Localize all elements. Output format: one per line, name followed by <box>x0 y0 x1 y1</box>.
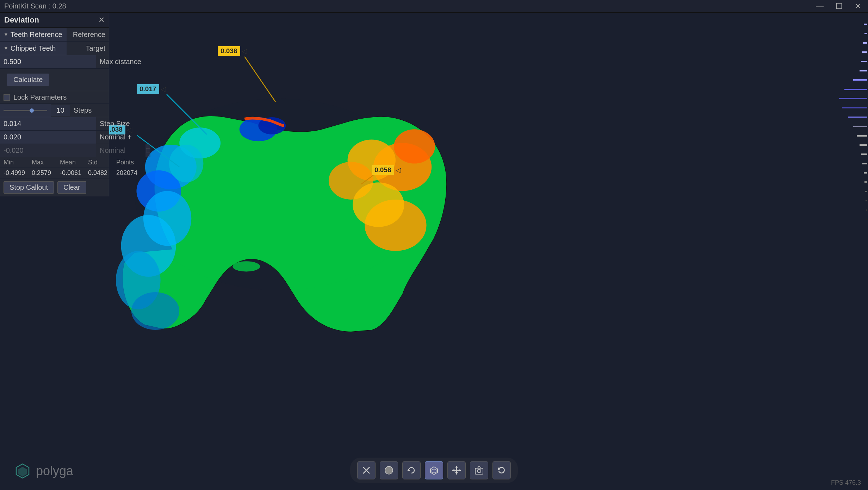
step-size-label: Step Size <box>96 120 145 128</box>
stop-callout-button[interactable]: Stop Callout <box>4 181 54 194</box>
steps-row: 10 Steps <box>0 104 109 117</box>
mean-value: -0.0061 <box>60 169 81 177</box>
svg-point-10 <box>179 127 221 158</box>
std-header: Std <box>88 159 109 166</box>
svg-point-2 <box>394 129 435 163</box>
max-header: Max <box>32 159 53 166</box>
svg-point-12 <box>232 261 260 271</box>
svg-point-6 <box>136 170 181 212</box>
callout-4: 0.058 ◁ <box>372 165 401 175</box>
fps-value: FPS 476.3 <box>831 479 861 486</box>
titlebar: PointKit Scan : 0.28 — ☐ ✕ <box>0 0 868 13</box>
svg-point-9 <box>258 117 286 134</box>
target-value-text: Chipped Teeth <box>11 44 56 52</box>
color-legend: 0.140 0.126 0.112 0.098 0.084 0.070 0.05… <box>840 23 861 220</box>
screenshot-tool-button[interactable] <box>470 461 488 479</box>
nominal-plus-label: Nominal + <box>96 133 145 141</box>
app-title: PointKit Scan : 0.28 <box>4 2 66 10</box>
callout-1-arrow: ◁ <box>242 47 247 55</box>
svg-marker-32 <box>452 469 454 472</box>
sphere-tool-button[interactable] <box>380 461 398 479</box>
target-value-field[interactable]: ▼ Chipped Teeth <box>0 42 67 55</box>
svg-point-16 <box>116 251 161 309</box>
histogram-bars <box>840 23 868 220</box>
target-dropdown-icon: ▼ <box>4 45 8 51</box>
steps-label: Steps <box>70 106 109 114</box>
reference-value-field[interactable]: ▼ Teeth Reference <box>0 28 67 41</box>
lock-label: Lock Parameters <box>13 93 67 101</box>
clear-button[interactable]: Clear <box>57 181 86 194</box>
svg-marker-31 <box>455 472 458 475</box>
close-button[interactable]: ✕ <box>852 1 864 12</box>
max-distance-row: Max distance <box>0 55 109 69</box>
step-size-row: Step Size <box>0 117 109 131</box>
svg-point-24 <box>385 466 393 474</box>
stats-values-row: -0.4999 0.2579 -0.0061 0.0482 202074 <box>0 168 109 178</box>
camera-icon <box>474 465 484 475</box>
mean-header: Mean <box>60 159 81 166</box>
svg-point-35 <box>477 469 481 473</box>
svg-marker-38 <box>18 467 27 477</box>
callout-2-box[interactable]: 0.017 <box>137 84 159 94</box>
reference-row: ▼ Teeth Reference Reference <box>0 28 109 42</box>
callout-2: 0.017 ◁ <box>137 84 166 94</box>
mesh-icon <box>429 465 439 475</box>
move-tool-button[interactable] <box>447 461 466 479</box>
steps-value: 10 <box>51 105 70 116</box>
callout-1-box[interactable]: 0.038 <box>218 46 240 56</box>
steps-slider[interactable] <box>0 104 51 117</box>
svg-marker-27 <box>432 469 436 473</box>
max-value: 0.2579 <box>32 169 53 177</box>
callout-4-arrow: ◁ <box>396 166 401 174</box>
nominal-toggle: ☐ <box>145 147 150 154</box>
max-distance-input[interactable] <box>0 55 96 68</box>
calculate-button[interactable]: Calculate <box>7 74 49 86</box>
nominal-input <box>0 144 96 157</box>
rotate-tool-button[interactable] <box>402 461 421 479</box>
svg-point-5 <box>145 145 197 189</box>
sphere-icon <box>384 465 394 475</box>
step-size-input[interactable] <box>0 117 96 130</box>
reference-label: Reference <box>67 31 109 39</box>
svg-point-0 <box>135 99 423 291</box>
minimize-button[interactable]: — <box>813 1 826 12</box>
points-value: 202074 <box>116 169 137 177</box>
svg-line-19 <box>167 94 207 134</box>
reference-value-text: Teeth Reference <box>11 31 62 39</box>
lock-parameters-row: Lock Parameters <box>0 91 109 104</box>
callout-2-value: 0.017 <box>140 85 156 93</box>
svg-line-18 <box>244 57 275 102</box>
target-row: ▼ Chipped Teeth Target <box>0 42 109 55</box>
points-header: Points <box>116 159 137 166</box>
maximize-button[interactable]: ☐ <box>833 1 845 12</box>
logo: polyga <box>14 463 73 479</box>
rotate-icon <box>407 465 416 475</box>
move-icon <box>452 465 461 475</box>
svg-point-8 <box>240 117 277 141</box>
undo-tool-button[interactable] <box>492 461 511 479</box>
svg-point-15 <box>121 215 176 277</box>
svg-point-11 <box>169 145 203 182</box>
stats-header-row: Min Max Mean Std Points <box>0 157 109 168</box>
svg-point-14 <box>353 182 404 227</box>
mesh-tool-button[interactable] <box>425 461 443 479</box>
callout-4-box[interactable]: 0.058 <box>372 165 394 175</box>
nominal-plus-input[interactable] <box>0 131 96 144</box>
svg-point-4 <box>329 162 373 200</box>
svg-marker-25 <box>407 469 410 471</box>
viewport-svg <box>0 13 868 490</box>
svg-point-13 <box>365 200 426 251</box>
callout-4-value: 0.058 <box>374 166 391 174</box>
panel-close-button[interactable]: ✕ <box>98 15 105 25</box>
polyga-logo-icon <box>14 463 31 479</box>
panel-header: Deviation ✕ <box>0 13 109 28</box>
nominal-label: Nominal <box>96 146 145 155</box>
calculate-row: Calculate <box>0 69 109 91</box>
cut-icon <box>361 465 371 475</box>
min-header: Min <box>4 159 25 166</box>
lock-checkbox[interactable] <box>4 94 10 101</box>
svg-point-17 <box>131 292 179 330</box>
cut-tool-button[interactable] <box>357 461 376 479</box>
target-label: Target <box>67 44 109 52</box>
callout-1: 0.038 ◁ <box>218 46 247 56</box>
